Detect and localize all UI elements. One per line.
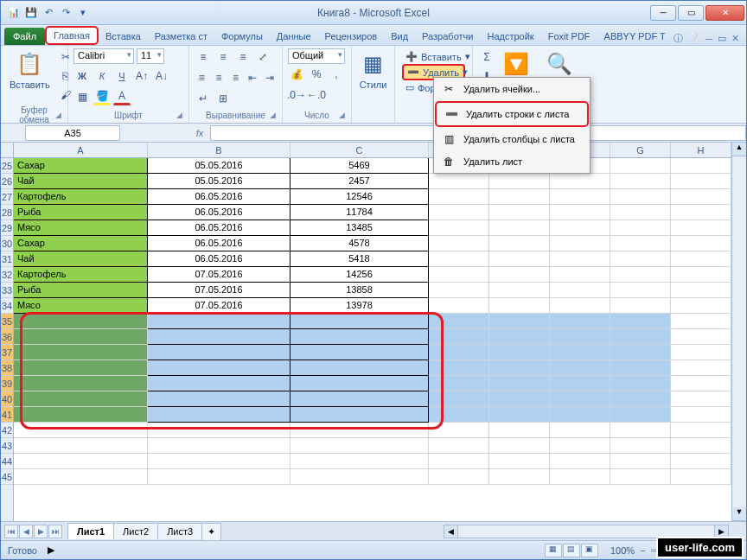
row-header[interactable]: 28 xyxy=(1,205,13,220)
indent-inc-icon[interactable]: ⇥ xyxy=(262,69,277,86)
cell[interactable] xyxy=(610,267,671,283)
cell[interactable] xyxy=(610,345,671,360)
cell[interactable]: Сахар xyxy=(14,158,148,174)
tab-review[interactable]: Рецензиров xyxy=(318,28,385,45)
cell[interactable] xyxy=(610,189,671,205)
cell[interactable] xyxy=(148,469,290,485)
delete-sheet-item[interactable]: 🗑 Удалить лист xyxy=(434,150,590,173)
cell[interactable] xyxy=(610,469,671,485)
cell[interactable] xyxy=(671,267,731,283)
cell[interactable] xyxy=(429,298,489,314)
cell[interactable]: 2457 xyxy=(290,174,429,189)
cell[interactable] xyxy=(550,345,610,360)
indent-dec-icon[interactable]: ⇤ xyxy=(246,69,260,86)
cell[interactable] xyxy=(14,329,148,345)
orientation-icon[interactable]: ⤢ xyxy=(254,48,271,66)
close-button[interactable]: ✕ xyxy=(706,5,744,21)
insert-cells-button[interactable]: ➕ Вставить▾ xyxy=(402,50,465,63)
cell[interactable] xyxy=(429,407,489,423)
cell[interactable] xyxy=(429,314,489,329)
cell[interactable] xyxy=(489,376,550,391)
row-header[interactable]: 27 xyxy=(1,189,13,205)
view-normal-icon[interactable]: ▦ xyxy=(545,544,562,557)
cell[interactable] xyxy=(550,298,610,314)
launcher-icon[interactable]: ◢ xyxy=(176,111,187,121)
minimize-button[interactable]: ─ xyxy=(650,5,676,21)
cell[interactable]: 13485 xyxy=(290,220,429,236)
tab-formulas[interactable]: Формулы xyxy=(214,28,270,45)
cell[interactable] xyxy=(550,314,610,329)
row-header[interactable]: 31 xyxy=(1,251,13,267)
cell[interactable] xyxy=(610,454,671,469)
cell[interactable] xyxy=(671,345,731,360)
row-header[interactable]: 25 xyxy=(1,158,13,174)
cell[interactable] xyxy=(671,329,731,345)
align-right-icon[interactable]: ≡ xyxy=(228,69,243,86)
cell[interactable] xyxy=(550,251,610,267)
scroll-up-icon[interactable]: ▲ xyxy=(732,143,746,156)
launcher-icon[interactable]: ◢ xyxy=(339,111,349,121)
row-header[interactable]: 36 xyxy=(1,329,13,345)
row-header[interactable]: 33 xyxy=(1,283,13,298)
cell[interactable] xyxy=(290,376,429,391)
cell[interactable] xyxy=(290,329,429,345)
cell[interactable] xyxy=(290,469,429,485)
cell-grid[interactable]: Сахар05.05.20165469Чай05.05.20162457Карт… xyxy=(14,158,731,521)
cell[interactable] xyxy=(429,174,489,189)
cell[interactable] xyxy=(148,329,290,345)
cell[interactable] xyxy=(489,298,550,314)
row-header[interactable]: 40 xyxy=(1,391,13,407)
cell[interactable] xyxy=(610,251,671,267)
tab-nav-last-icon[interactable]: ⏭ xyxy=(48,525,62,538)
cell[interactable] xyxy=(550,423,610,438)
currency-icon[interactable]: 💰 xyxy=(288,66,305,83)
cell[interactable] xyxy=(14,454,148,469)
tab-file[interactable]: Файл xyxy=(4,28,45,45)
cell[interactable]: 07.05.2016 xyxy=(148,283,290,298)
cell[interactable] xyxy=(489,174,550,189)
cell[interactable] xyxy=(489,391,550,407)
align-center-icon[interactable]: ≡ xyxy=(212,69,227,86)
cell[interactable] xyxy=(610,407,671,423)
cell[interactable] xyxy=(489,407,550,423)
row-header[interactable]: 29 xyxy=(1,220,13,236)
cell[interactable] xyxy=(14,314,148,329)
cell[interactable] xyxy=(290,391,429,407)
row-header[interactable]: 30 xyxy=(1,236,13,251)
name-box[interactable]: A35 xyxy=(25,125,120,141)
tab-nav-first-icon[interactable]: ⏮ xyxy=(4,525,18,538)
cell[interactable] xyxy=(671,438,731,454)
view-layout-icon[interactable]: ▤ xyxy=(563,544,580,557)
new-sheet-button[interactable]: ✦ xyxy=(201,523,221,540)
redo-icon[interactable]: ↷ xyxy=(58,5,73,21)
tab-home[interactable]: Главная xyxy=(45,26,99,45)
cell[interactable] xyxy=(550,236,610,251)
cell[interactable] xyxy=(489,454,550,469)
cell[interactable] xyxy=(429,423,489,438)
cell[interactable]: Картофель xyxy=(14,189,148,205)
cell[interactable]: 05.05.2016 xyxy=(148,174,290,189)
col-header-a[interactable]: A xyxy=(14,143,148,157)
cell[interactable] xyxy=(489,469,550,485)
cell[interactable] xyxy=(610,423,671,438)
cell[interactable] xyxy=(550,360,610,376)
cell[interactable] xyxy=(550,283,610,298)
tab-foxit[interactable]: Foxit PDF xyxy=(541,28,597,45)
cell[interactable] xyxy=(610,174,671,189)
cell[interactable] xyxy=(290,360,429,376)
save-icon[interactable]: 💾 xyxy=(23,5,39,21)
qat-more-icon[interactable]: ▾ xyxy=(75,5,91,21)
cell[interactable]: 13858 xyxy=(290,283,429,298)
cell[interactable] xyxy=(610,283,671,298)
cell[interactable] xyxy=(671,158,731,174)
dec-decimal-icon[interactable]: ←.0 xyxy=(308,86,325,104)
cell[interactable] xyxy=(14,345,148,360)
cell[interactable] xyxy=(429,469,489,485)
cell[interactable] xyxy=(14,407,148,423)
col-header-b[interactable]: B xyxy=(148,143,290,157)
inc-decimal-icon[interactable]: .0→ xyxy=(288,86,305,104)
cell[interactable] xyxy=(429,251,489,267)
underline-icon[interactable]: Ч xyxy=(113,67,131,85)
row-header[interactable]: 35 xyxy=(1,314,13,329)
cell[interactable] xyxy=(14,469,148,485)
